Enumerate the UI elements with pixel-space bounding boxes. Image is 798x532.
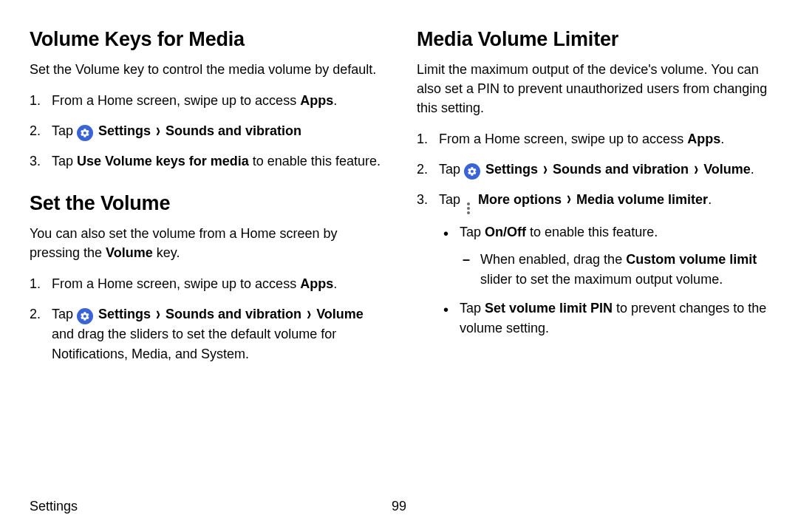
step-text: to enable this feature. — [249, 154, 381, 168]
step-text: . — [333, 276, 337, 291]
step-text: From a Home screen, swipe up to access — [52, 93, 300, 108]
volume-key-label: Volume — [106, 245, 153, 260]
settings-label: Settings — [98, 307, 151, 321]
bullet-text: to enable this feature. — [526, 225, 658, 239]
settings-label: Settings — [98, 123, 151, 138]
settings-label: Settings — [485, 162, 538, 177]
step-text: Tap — [439, 162, 464, 177]
intro-text: You can also set the volume from a Home … — [30, 226, 338, 260]
chevron-right-icon: › — [694, 155, 698, 183]
bullet-text: Tap — [460, 225, 485, 239]
step-text: . — [751, 162, 754, 177]
use-volume-keys-label: Use Volume keys for media — [77, 154, 249, 168]
step-text: From a Home screen, swipe up to access — [439, 132, 687, 146]
page-footer: Settings 99 — [30, 499, 768, 514]
step-text: Tap — [52, 123, 77, 138]
step-text: . — [333, 93, 337, 108]
apps-label: Apps — [300, 276, 333, 291]
sub-bullets: Tap On/Off to enable this feature. When … — [439, 222, 768, 338]
step-item: Tap Settings › Sounds and vibration › Vo… — [417, 160, 768, 180]
more-options-label: More options — [478, 192, 562, 207]
left-column: Volume Keys for Media Set the Volume key… — [30, 28, 381, 375]
footer-page-number: 99 — [392, 499, 406, 514]
right-column: Media Volume Limiter Limit the maximum o… — [417, 28, 768, 375]
step-item: From a Home screen, swipe up to access A… — [30, 274, 381, 294]
settings-gear-icon — [464, 163, 480, 180]
intro-text: key. — [153, 245, 180, 260]
step-item: From a Home screen, swipe up to access A… — [30, 91, 381, 111]
intro-set-volume: You can also set the volume from a Home … — [30, 224, 381, 262]
step-item: Tap More options › Media volume limiter.… — [417, 190, 768, 338]
apps-label: Apps — [687, 132, 720, 146]
steps-volume-keys: From a Home screen, swipe up to access A… — [30, 91, 381, 171]
media-volume-limiter-label: Media volume limiter — [576, 192, 708, 207]
heading-media-limiter: Media Volume Limiter — [417, 28, 768, 51]
volume-label: Volume — [316, 307, 364, 321]
sounds-label: Sounds and vibration — [166, 307, 301, 321]
steps-set-volume: From a Home screen, swipe up to access A… — [30, 274, 381, 364]
bullet-item: Tap On/Off to enable this feature. When … — [439, 222, 768, 290]
intro-media-limiter: Limit the maximum output of the device's… — [417, 60, 768, 117]
dash-text: slider to set the maximum output volume. — [480, 272, 723, 287]
heading-set-volume: Set the Volume — [30, 192, 381, 215]
step-text: . — [708, 192, 712, 207]
chevron-right-icon: › — [567, 185, 571, 214]
set-volume-limit-pin-label: Set volume limit PIN — [485, 301, 613, 316]
custom-volume-limit-label: Custom volume limit — [626, 252, 757, 267]
sounds-label: Sounds and vibration — [166, 123, 301, 138]
heading-volume-keys: Volume Keys for Media — [30, 28, 381, 51]
step-text: . — [720, 132, 724, 146]
volume-label: Volume — [703, 162, 751, 177]
step-text: Tap — [439, 192, 464, 207]
step-text: From a Home screen, swipe up to access — [52, 276, 300, 291]
settings-gear-icon — [77, 308, 93, 324]
step-text: Tap — [52, 154, 77, 168]
more-options-icon — [465, 202, 472, 215]
sub-dash-list: When enabled, drag the Custom volume lim… — [460, 250, 768, 290]
settings-gear-icon — [77, 125, 93, 141]
bullet-text: Tap — [460, 301, 485, 316]
footer-section: Settings — [30, 499, 78, 514]
step-text: and drag the sliders to set the default … — [52, 327, 336, 361]
step-item: Tap Use Volume keys for media to enable … — [30, 151, 381, 171]
intro-volume-keys: Set the Volume key to control the media … — [30, 60, 381, 79]
step-item: Tap Settings › Sounds and vibration › Vo… — [30, 304, 381, 364]
dash-text: When enabled, drag the — [480, 252, 626, 267]
step-item: From a Home screen, swipe up to access A… — [417, 129, 768, 149]
step-item: Tap Settings › Sounds and vibration — [30, 121, 381, 141]
chevron-right-icon: › — [156, 300, 160, 328]
dash-item: When enabled, drag the Custom volume lim… — [460, 250, 768, 290]
sounds-label: Sounds and vibration — [553, 162, 689, 177]
step-text: Tap — [52, 307, 77, 321]
chevron-right-icon: › — [307, 300, 311, 328]
onoff-label: On/Off — [485, 225, 526, 239]
apps-label: Apps — [300, 93, 333, 108]
chevron-right-icon: › — [156, 117, 160, 145]
chevron-right-icon: › — [543, 155, 548, 183]
bullet-item: Tap Set volume limit PIN to prevent chan… — [439, 299, 768, 338]
steps-media-limiter: From a Home screen, swipe up to access A… — [417, 129, 768, 338]
